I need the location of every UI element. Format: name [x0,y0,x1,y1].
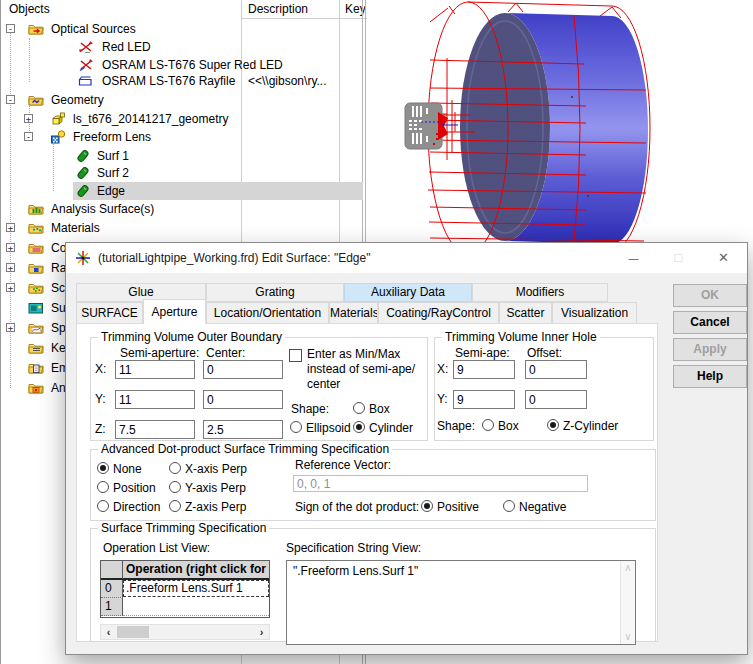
advanced-dot-product-group: Advanced Dot-product Surface Trimming Sp… [90,449,656,521]
cubes-icon [50,112,66,126]
shape-label: Shape: [437,419,475,433]
inner-shape-box-radio[interactable] [482,419,494,431]
tab-modifiers[interactable]: Modifiers [472,283,608,302]
z-axis-perp-radio[interactable] [169,500,181,512]
tree-item-optical-sources[interactable]: Optical Sources [1,20,367,38]
outer-z-semi-input[interactable] [115,420,195,439]
reference-vector-input[interactable] [293,475,588,492]
tree-item-surf-1[interactable]: Surf 1 [1,147,367,165]
tree-item-geometry[interactable]: Geometry [1,91,367,109]
keys-folder-icon [28,341,44,355]
semi-aperture-header: Semi-aperture: [120,346,199,360]
tab-materials[interactable]: Materials [329,302,378,324]
tab-grating[interactable]: Grating [206,283,344,302]
operation-cell[interactable] [123,598,269,616]
description-cell: <<\\gibson\ry... [248,72,327,90]
tree-item-surf-2[interactable]: Surf 2 [1,164,367,182]
tree-item-red-led[interactable]: Red LED [1,38,367,56]
tree-item-ls-t676-geometry[interactable]: ls_t676_20141217_geometry [1,110,367,128]
group-title: Trimming Volume Outer Boundary [98,330,285,344]
app-icon [75,250,91,266]
shape-cylinder-radio[interactable] [353,421,365,433]
specification-string-view[interactable]: ".Freeform Lens.Surf 1" [286,560,636,645]
shape-box-radio[interactable] [353,402,365,414]
dialog-titlebar[interactable]: (tutorialLightpipe_Working.frd) Edit Sur… [66,243,747,273]
scrollbar-thumb[interactable] [117,626,149,638]
scroll-up-icon[interactable] [621,561,635,575]
spec-string-value: ".Freeform Lens.Surf 1" [287,561,635,581]
inner-x-semi-input[interactable] [453,360,515,379]
expand-plus-icon[interactable] [6,323,15,332]
apply-button[interactable]: Apply [673,338,747,361]
objects-column-header[interactable]: Objects [9,2,50,16]
tab-aperture[interactable]: Aperture [143,299,206,324]
expand-plus-icon[interactable] [6,283,15,292]
negative-radio[interactable] [503,500,515,512]
tree-item-edge-selected[interactable]: Edge [1,182,367,200]
scroll-down-icon[interactable] [621,630,635,644]
outer-x-semi-input[interactable] [115,360,195,379]
inner-x-offset-input[interactable] [525,360,587,379]
inner-shape-zcylinder-radio[interactable] [547,419,559,431]
row-number[interactable]: 0 [101,580,123,598]
expand-plus-icon[interactable] [24,114,33,123]
tab-auxiliary-data[interactable]: Auxiliary Data [344,283,472,302]
expand-plus-icon[interactable] [6,243,15,252]
outer-y-center-input[interactable] [203,390,283,409]
description-column-header[interactable]: Description [248,2,308,16]
analysis-folder-icon [28,202,44,216]
cancel-button[interactable]: Cancel [673,311,747,334]
y-axis-perp-radio[interactable] [169,481,181,493]
help-button[interactable]: Help [673,365,747,388]
tree-item-freeform-lens[interactable]: Freeform Lens [1,128,367,146]
horizontal-scrollbar[interactable] [100,624,270,640]
positive-radio[interactable] [421,500,433,512]
expand-minus-icon[interactable] [6,24,15,33]
lens-icon [50,130,66,144]
tab-location-orientation[interactable]: Location/Orientation [206,302,329,324]
inner-y-offset-input[interactable] [525,390,587,409]
operation-cell[interactable]: .Freeform Lens.Surf 1 [123,580,269,597]
group-title: Surface Trimming Specification [98,521,269,535]
scroll-left-icon[interactable] [101,625,116,639]
inner-y-semi-input[interactable] [453,390,515,409]
min-max-checkbox[interactable] [289,349,302,362]
tree-item-rayfile[interactable]: OSRAM LS-T676 Rayfile <<\\gibson\ry... [1,72,367,90]
close-icon[interactable] [701,243,746,273]
outer-z-center-input[interactable] [203,420,283,439]
expand-minus-icon[interactable] [24,132,33,141]
tab-coating-raycontrol[interactable]: Coating/RayControl [378,302,499,324]
tab-scatter[interactable]: Scatter [499,302,552,324]
position-radio[interactable] [97,481,109,493]
min-max-checkbox-label: Enter as Min/Max instead of semi-ape/ ce… [307,347,425,392]
tab-surface[interactable]: SURFACE [76,302,143,324]
tree-item-analysis-surfaces[interactable]: Analysis Surface(s) [1,200,367,218]
direction-radio[interactable] [97,500,109,512]
operation-column-header[interactable]: Operation (right click for [123,561,269,580]
none-radio[interactable] [97,462,109,474]
tree-item-materials[interactable]: Materials [1,219,367,237]
aperture-tab-page: Trimming Volume Outer Boundary Semi-aper… [76,323,658,642]
x-axis-perp-radio[interactable] [169,462,181,474]
tab-visualization[interactable]: Visualization [552,302,637,324]
shape-ellipsoid-radio[interactable] [290,421,302,433]
shape-label: Shape: [291,402,329,416]
scroll-right-icon[interactable] [254,625,269,639]
outer-y-semi-input[interactable] [115,390,195,409]
dialog-title: (tutorialLightpipe_Working.frd) Edit Sur… [98,251,370,265]
outer-x-center-input[interactable] [203,360,283,379]
spec-string-label: Specification String View: [286,541,421,555]
z-axis-label: Z: [95,422,106,436]
ok-button[interactable]: OK [673,284,747,307]
operation-list-table[interactable]: Operation (right click for 0 .Freeform L… [100,560,270,618]
reference-vector-label: Reference Vector: [295,458,391,472]
spectra-folder-icon [28,321,44,335]
expand-plus-icon[interactable] [6,263,15,272]
expand-minus-icon[interactable] [6,95,15,104]
minimize-icon[interactable] [611,243,656,273]
led-icon [78,40,94,54]
row-number[interactable]: 1 [101,598,123,616]
header-underline [241,18,367,19]
vertical-scrollbar[interactable] [620,561,635,644]
expand-plus-icon[interactable] [6,223,15,232]
